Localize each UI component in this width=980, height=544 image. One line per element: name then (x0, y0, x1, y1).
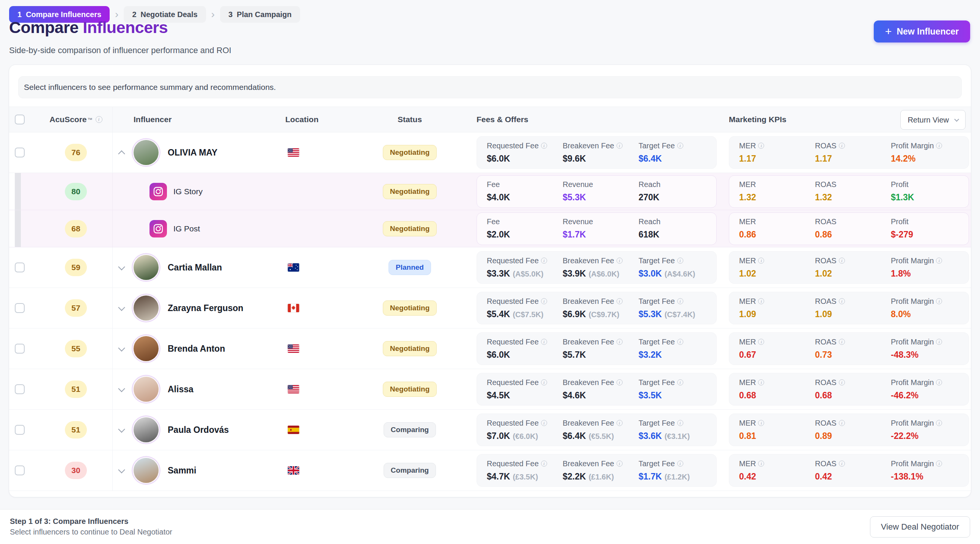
metric-value: 0.67 (739, 350, 756, 360)
info-icon[interactable] (936, 258, 942, 264)
info-icon[interactable] (758, 143, 764, 149)
metric-value: -138.1% (891, 472, 923, 482)
metric-label: MER (739, 180, 756, 189)
view-deal-negotiator-button[interactable]: View Deal Negotiator (870, 516, 970, 538)
breadcrumb-step-plan-campaign[interactable]: 3 Plan Campaign (220, 6, 300, 23)
row-checkbox[interactable] (15, 148, 25, 157)
info-icon[interactable] (839, 379, 845, 385)
row-checkbox[interactable] (15, 303, 25, 313)
metric-value: 0.81 (739, 431, 756, 441)
flag-gb-icon (288, 466, 299, 475)
metric-value: $3.6K (638, 431, 662, 441)
info-icon[interactable] (758, 298, 764, 304)
info-icon[interactable] (541, 143, 547, 149)
return-view-value: Return View (908, 116, 949, 124)
metric: Fee$2.0K (487, 217, 563, 240)
info-icon[interactable] (936, 339, 942, 345)
info-icon[interactable] (541, 461, 547, 467)
info-icon[interactable] (936, 379, 942, 385)
info-icon[interactable] (758, 339, 764, 345)
row-checkbox[interactable] (15, 262, 25, 272)
info-icon[interactable] (758, 461, 764, 467)
chevron-down-icon[interactable] (118, 344, 125, 351)
info-icon[interactable] (677, 298, 683, 304)
info-icon[interactable] (758, 379, 764, 385)
metric-label: Requested Fee (487, 338, 539, 346)
acuscore-badge: 76 (65, 144, 87, 161)
status-badge: Comparing (383, 463, 436, 478)
metric-label: MER (739, 297, 756, 306)
info-icon[interactable] (617, 298, 623, 304)
influencer-row: 30SammiComparingRequested Fee$4.7K(£3.5K… (9, 450, 971, 491)
metric-label: Profit (891, 217, 909, 226)
info-icon[interactable] (758, 420, 764, 426)
metric-value: 1.8% (891, 269, 910, 279)
influencer-row: 59Cartia MallanPlannedRequested Fee$3.3K… (9, 247, 971, 288)
info-icon[interactable] (839, 143, 845, 149)
row-checkbox[interactable] (15, 384, 25, 394)
metric: Target Fee$3.5K (638, 378, 716, 401)
info-icon[interactable] (541, 420, 547, 426)
chevron-down-icon[interactable] (118, 426, 125, 433)
metric-label: MER (739, 217, 756, 226)
info-icon[interactable] (541, 379, 547, 385)
metric-label: Target Fee (638, 338, 675, 346)
info-icon[interactable] (541, 339, 547, 345)
chevron-down-icon[interactable] (118, 304, 125, 311)
chevron-down-icon[interactable] (118, 385, 125, 392)
row-checkbox[interactable] (15, 344, 25, 353)
metric-label: Profit Margin (891, 378, 934, 387)
metric: Breakeven Fee$3.9K(A$6.0K) (563, 256, 638, 279)
info-icon[interactable] (936, 461, 942, 467)
info-icon[interactable] (839, 461, 845, 467)
metric-secondary: (A$6.0K) (589, 270, 619, 278)
metric: Target Fee$3.0K(A$4.6K) (638, 256, 716, 279)
info-icon[interactable] (936, 420, 942, 426)
metric-label: Breakeven Fee (563, 338, 614, 346)
info-icon[interactable] (617, 461, 623, 467)
info-icon[interactable] (677, 258, 683, 264)
metric: Revenue$1.7K (563, 217, 638, 240)
info-icon[interactable] (839, 339, 845, 345)
chevron-down-icon[interactable] (118, 466, 125, 473)
metric-label: MER (739, 256, 756, 265)
metric-value: -48.3% (891, 350, 918, 360)
chevron-down-icon[interactable] (118, 263, 125, 270)
info-icon[interactable] (677, 461, 683, 467)
row-checkbox[interactable] (15, 425, 25, 435)
info-icon[interactable] (617, 339, 623, 345)
metric: Fee$4.0K (487, 180, 563, 203)
metric: Profit Margin-138.1% (891, 460, 969, 482)
avatar (134, 417, 159, 442)
return-view-select[interactable]: Return View (900, 110, 966, 130)
info-icon[interactable] (617, 258, 623, 264)
info-icon[interactable] (677, 143, 683, 149)
metric-value: $4.0K (487, 192, 510, 203)
info-icon[interactable] (617, 420, 623, 426)
metric-value: 1.09 (815, 309, 832, 320)
info-icon[interactable] (617, 379, 623, 385)
info-icon[interactable] (677, 379, 683, 385)
info-icon[interactable] (541, 258, 547, 264)
chevron-up-icon[interactable] (118, 150, 125, 157)
info-icon[interactable] (839, 298, 845, 304)
select-all-checkbox[interactable] (15, 115, 25, 124)
info-icon[interactable] (839, 258, 845, 264)
metric: MER0.86 (739, 217, 815, 240)
metric-label: Reach (638, 217, 660, 226)
info-icon[interactable] (677, 339, 683, 345)
info-icon[interactable] (541, 298, 547, 304)
info-icon[interactable] (677, 420, 683, 426)
new-influencer-button[interactable]: + New Influencer (874, 21, 970, 43)
info-icon[interactable] (936, 298, 942, 304)
avatar (134, 458, 159, 483)
info-icon[interactable] (758, 258, 764, 264)
metric-label: Requested Fee (487, 460, 539, 468)
info-icon[interactable] (839, 420, 845, 426)
row-checkbox[interactable] (15, 466, 25, 476)
metric-label: ROAS (815, 256, 837, 265)
fees-card: Requested Fee$3.3K(A$5.0K)Breakeven Fee$… (477, 251, 717, 284)
info-icon[interactable] (617, 143, 623, 149)
info-icon[interactable] (95, 116, 102, 123)
info-icon[interactable] (936, 143, 942, 149)
